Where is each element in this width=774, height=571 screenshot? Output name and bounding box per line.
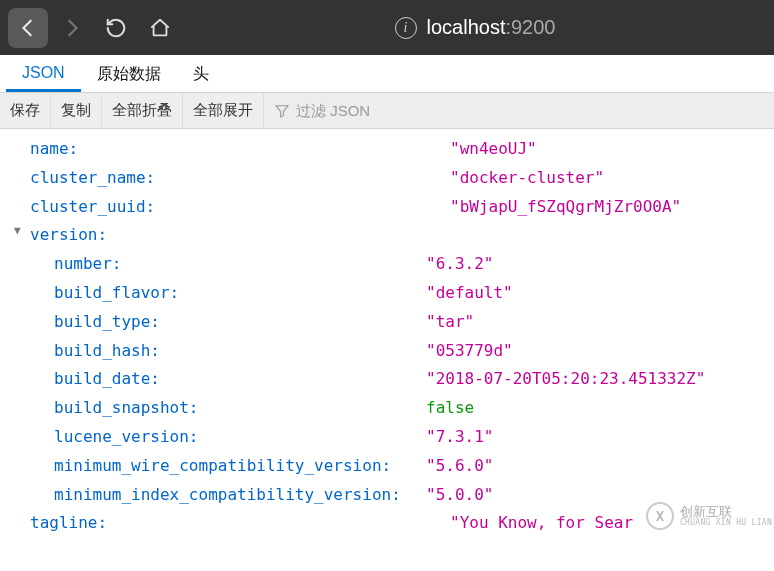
forward-button[interactable] [52,8,92,48]
browser-toolbar: i localhost:9200 [0,0,774,55]
filter-wrap [264,93,774,128]
json-row[interactable]: cluster_uuid: "bWjapU_fSZqQgrMjZr0O0A" [8,193,774,222]
tab-json[interactable]: JSON [6,55,81,92]
json-key: version: [30,225,107,244]
collapse-toggle-icon[interactable]: ▼ [14,221,21,241]
json-toolbar: 保存 复制 全部折叠 全部展开 [0,93,774,129]
json-row[interactable]: build_type: "tar" [8,308,774,337]
json-value: false [426,394,474,423]
json-value: "2018-07-20T05:20:23.451332Z" [426,365,705,394]
json-row[interactable]: name: "wn4eoUJ" [8,135,774,164]
watermark-text-en: CHUANG XIN HU LIAN [680,519,772,528]
site-info-icon[interactable]: i [395,17,417,39]
save-button[interactable]: 保存 [0,93,51,128]
json-key: cluster_uuid: [30,197,155,216]
json-row[interactable]: build_flavor: "default" [8,279,774,308]
watermark-logo-icon: X [646,502,674,530]
json-key: build_hash: [54,341,160,360]
back-button[interactable] [8,8,48,48]
address-bar[interactable]: i localhost:9200 [395,8,556,48]
json-key: lucene_version: [54,427,199,446]
json-value: "053779d" [426,337,513,366]
copy-button[interactable]: 复制 [51,93,102,128]
json-view: name: "wn4eoUJ" cluster_name: "docker-cl… [0,129,774,538]
json-row[interactable]: build_snapshot: false [8,394,774,423]
json-row-expandable[interactable]: ▼ version: [8,221,774,250]
collapse-all-button[interactable]: 全部折叠 [102,93,183,128]
view-tabs: JSON 原始数据 头 [0,55,774,93]
tab-headers[interactable]: 头 [177,55,225,92]
json-value: "tar" [426,308,474,337]
json-key: tagline: [30,513,107,532]
json-value: "default" [426,279,513,308]
json-value: "7.3.1" [426,423,493,452]
expand-all-button[interactable]: 全部展开 [183,93,264,128]
json-value: "5.6.0" [426,452,493,481]
json-key: number: [54,254,121,273]
json-value: "docker-cluster" [450,164,604,193]
reload-button[interactable] [96,8,136,48]
home-button[interactable] [140,8,180,48]
json-key: cluster_name: [30,168,155,187]
json-row[interactable]: cluster_name: "docker-cluster" [8,164,774,193]
json-row[interactable]: build_date: "2018-07-20T05:20:23.451332Z… [8,365,774,394]
json-key: build_date: [54,369,160,388]
json-row[interactable]: number: "6.3.2" [8,250,774,279]
json-value: "5.0.0" [426,481,493,510]
json-value: "wn4eoUJ" [450,135,537,164]
watermark: X 创新互联 CHUANG XIN HU LIAN [644,496,774,536]
json-key: build_flavor: [54,283,179,302]
tab-raw-data[interactable]: 原始数据 [81,55,177,92]
json-key: minimum_wire_compatibility_version: [54,456,391,475]
json-value: "6.3.2" [426,250,493,279]
json-row[interactable]: minimum_wire_compatibility_version: "5.6… [8,452,774,481]
json-key: build_snapshot: [54,398,199,417]
filter-icon [274,103,290,119]
watermark-text-cn: 创新互联 [680,505,772,519]
json-key: name: [30,139,78,158]
json-value: "You Know, for Sear [450,509,633,538]
filter-input[interactable] [296,102,456,119]
json-row[interactable]: lucene_version: "7.3.1" [8,423,774,452]
json-value: "bWjapU_fSZqQgrMjZr0O0A" [450,193,681,222]
json-row[interactable]: build_hash: "053779d" [8,337,774,366]
url-text: localhost:9200 [427,16,556,39]
json-key: build_type: [54,312,160,331]
json-key: minimum_index_compatibility_version: [54,485,401,504]
